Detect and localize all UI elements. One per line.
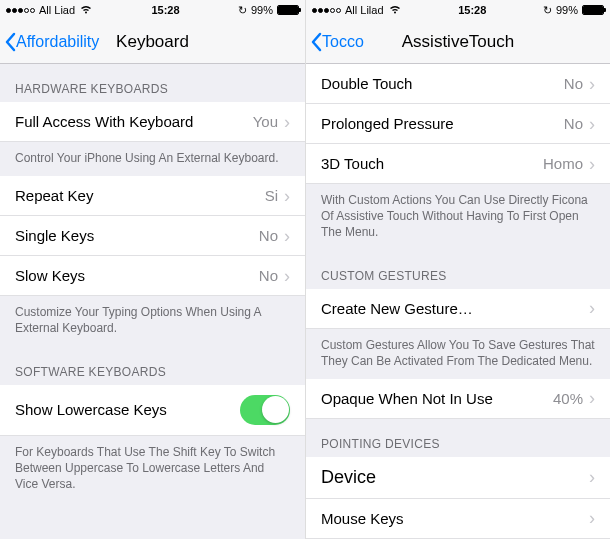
clock: 15:28 [151, 4, 179, 16]
clock: 15:28 [458, 4, 486, 16]
cell-mouse-keys[interactable]: Mouse Keys › [306, 499, 610, 539]
section-footer-hardware: Control Your iPhone Using An External Ke… [0, 142, 305, 176]
battery-text: 99% [556, 4, 578, 16]
cell-create-gesture[interactable]: Create New Gesture… › [306, 289, 610, 329]
status-bar: All Liad 15:28 ↻ 99% [0, 0, 305, 20]
section-footer-gestures: Custom Gestures Allow You To Save Gestur… [306, 329, 610, 379]
sync-icon: ↻ [238, 4, 247, 17]
settings-content: HARDWARE KEYBOARDS Full Access With Keyb… [0, 64, 305, 539]
cell-value: No [564, 75, 583, 92]
cell-label: Prolonged Pressure [321, 115, 564, 132]
cell-show-lowercase[interactable]: Show Lowercase Keys [0, 385, 305, 436]
chevron-right-icon: › [284, 227, 290, 245]
cell-label: Slow Keys [15, 267, 259, 284]
cell-double-touch[interactable]: Double Touch No › [306, 64, 610, 104]
cell-value: No [564, 115, 583, 132]
signal-dots-icon [6, 8, 35, 13]
cell-value: No [259, 267, 278, 284]
chevron-right-icon: › [284, 267, 290, 285]
cell-label: 3D Touch [321, 155, 543, 172]
chevron-right-icon: › [589, 115, 595, 133]
cell-opaque[interactable]: Opaque When Not In Use 40% › [306, 379, 610, 419]
cell-value: Si [265, 187, 278, 204]
wifi-icon [79, 4, 93, 16]
cell-value: Homo [543, 155, 583, 172]
section-header-hardware: HARDWARE KEYBOARDS [0, 64, 305, 102]
phone-right: All Lilad 15:28 ↻ 99% Tocco AssistiveTou… [305, 0, 610, 539]
sync-icon: ↻ [543, 4, 552, 17]
nav-bar: Affordability Keyboard [0, 20, 305, 64]
cell-label: Mouse Keys [321, 510, 589, 527]
cell-value: You [253, 113, 278, 130]
chevron-right-icon: › [589, 389, 595, 407]
phone-left: All Liad 15:28 ↻ 99% Affordability Keybo… [0, 0, 305, 539]
cell-3d-touch[interactable]: 3D Touch Homo › [306, 144, 610, 184]
carrier-label: All Lilad [345, 4, 384, 16]
cell-single-keys[interactable]: Single Keys No › [0, 216, 305, 256]
back-button[interactable]: Tocco [306, 32, 364, 52]
back-label: Tocco [322, 33, 364, 51]
chevron-right-icon: › [589, 75, 595, 93]
cell-label: Repeat Key [15, 187, 265, 204]
back-button[interactable]: Affordability [0, 32, 99, 52]
cell-value: No [259, 227, 278, 244]
cell-full-access[interactable]: Full Access With Keyboard You › [0, 102, 305, 142]
chevron-left-icon [310, 32, 322, 52]
cell-label: Opaque When Not In Use [321, 390, 553, 407]
battery-text: 99% [251, 4, 273, 16]
chevron-right-icon: › [284, 187, 290, 205]
chevron-right-icon: › [589, 468, 595, 486]
section-header-pointing: POINTING DEVICES [306, 419, 610, 457]
chevron-right-icon: › [589, 509, 595, 527]
section-footer-actions: With Custom Actions You Can Use Directly… [306, 184, 610, 251]
battery-icon [582, 5, 604, 15]
cell-label: Double Touch [321, 75, 564, 92]
section-footer-software: For Keyboards That Use The Shift Key To … [0, 436, 305, 503]
cell-slow-keys[interactable]: Slow Keys No › [0, 256, 305, 296]
section-header-software: SOFTWARE KEYBOARDS [0, 347, 305, 385]
back-label: Affordability [16, 33, 99, 51]
cell-value: 40% [553, 390, 583, 407]
cell-prolonged-pressure[interactable]: Prolonged Pressure No › [306, 104, 610, 144]
cell-label: Create New Gesture… [321, 300, 589, 317]
chevron-right-icon: › [284, 113, 290, 131]
nav-bar: Tocco AssistiveTouch [306, 20, 610, 64]
cell-label: Show Lowercase Keys [15, 401, 240, 418]
wifi-icon [388, 4, 402, 16]
cell-label: Full Access With Keyboard [15, 113, 253, 130]
cell-repeat-key[interactable]: Repeat Key Si › [0, 176, 305, 216]
chevron-left-icon [4, 32, 16, 52]
chevron-right-icon: › [589, 299, 595, 317]
cell-label: Device [321, 467, 589, 488]
battery-icon [277, 5, 299, 15]
cell-device[interactable]: Device › [306, 457, 610, 499]
signal-dots-icon [312, 8, 341, 13]
status-bar: All Lilad 15:28 ↻ 99% [306, 0, 610, 20]
settings-content: Double Touch No › Prolonged Pressure No … [306, 64, 610, 539]
carrier-label: All Liad [39, 4, 75, 16]
chevron-right-icon: › [589, 155, 595, 173]
section-footer-typing: Customize Your Typing Options When Using… [0, 296, 305, 346]
cell-label: Single Keys [15, 227, 259, 244]
section-header-gestures: CUSTOM GESTURES [306, 251, 610, 289]
toggle-show-lowercase[interactable] [240, 395, 290, 425]
